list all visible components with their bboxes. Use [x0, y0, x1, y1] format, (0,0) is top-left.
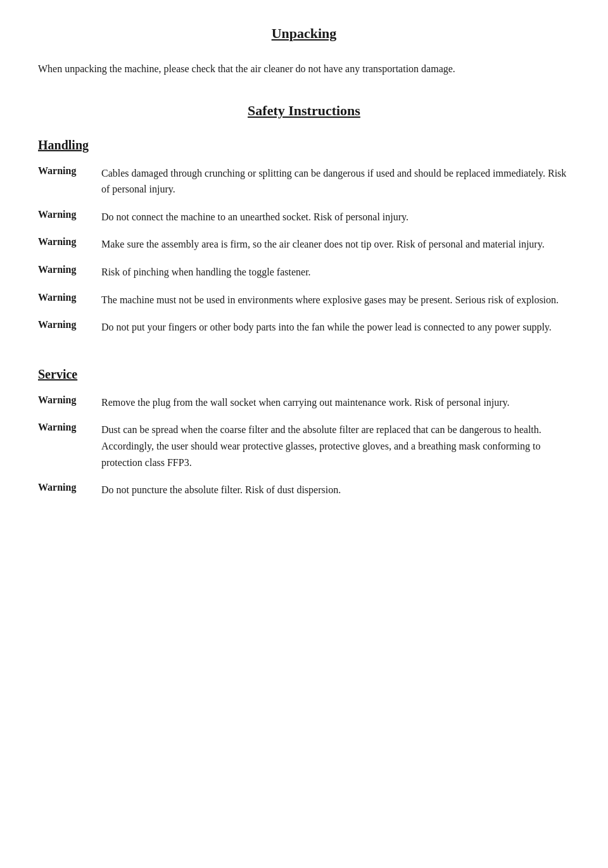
warning-label-4: Warning — [38, 292, 101, 308]
intro-paragraph: When unpacking the machine, please check… — [38, 61, 570, 77]
warning-text-4: The machine must not be used in environm… — [101, 292, 570, 308]
handling-warning-4: Warning The machine must not be used in … — [38, 292, 570, 308]
warning-label-5: Warning — [38, 319, 101, 336]
service-warning-text-2: Do not puncture the absolute filter. Ris… — [101, 482, 570, 498]
handling-warning-3: Warning Risk of pinching when handling t… — [38, 264, 570, 280]
page-title: Unpacking — [38, 25, 570, 42]
handling-warning-2: Warning Make sure the assembly area is f… — [38, 236, 570, 253]
warning-label-1: Warning — [38, 209, 101, 225]
service-warning-1: Warning Dust can be spread when the coar… — [38, 422, 570, 470]
service-warning-text-1: Dust can be spread when the coarse filte… — [101, 422, 570, 470]
service-section: Service Warning Remove the plug from the… — [38, 367, 570, 498]
warning-text-0: Cables damaged through crunching or spli… — [101, 165, 570, 198]
warning-label-3: Warning — [38, 264, 101, 280]
warning-text-3: Risk of pinching when handling the toggl… — [101, 264, 570, 280]
service-warning-2: Warning Do not puncture the absolute fil… — [38, 482, 570, 498]
service-warning-text-0: Remove the plug from the wall socket whe… — [101, 394, 570, 411]
warning-label-2: Warning — [38, 236, 101, 253]
service-warning-label-0: Warning — [38, 394, 101, 411]
warning-text-5: Do not put your fingers or other body pa… — [101, 319, 570, 336]
service-warning-0: Warning Remove the plug from the wall so… — [38, 394, 570, 411]
service-warning-label-2: Warning — [38, 482, 101, 498]
handling-warning-5: Warning Do not put your fingers or other… — [38, 319, 570, 336]
warning-text-1: Do not connect the machine to an unearth… — [101, 209, 570, 225]
warning-text-2: Make sure the assembly area is firm, so … — [101, 236, 570, 253]
safety-instructions-heading: Safety Instructions — [38, 103, 570, 119]
service-warning-label-1: Warning — [38, 422, 101, 470]
warning-label-0: Warning — [38, 165, 101, 198]
handling-section: Handling Warning Cables damaged through … — [38, 138, 570, 336]
handling-heading: Handling — [38, 138, 570, 153]
handling-warning-0: Warning Cables damaged through crunching… — [38, 165, 570, 198]
handling-warning-1: Warning Do not connect the machine to an… — [38, 209, 570, 225]
service-heading: Service — [38, 367, 570, 382]
